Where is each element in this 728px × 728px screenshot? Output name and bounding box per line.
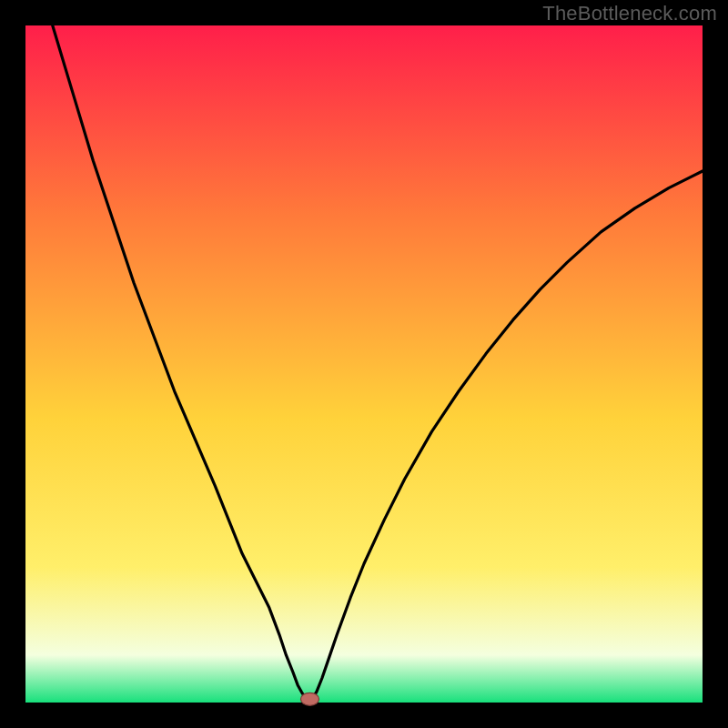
bottleneck-chart: [0, 0, 728, 728]
plot-background: [25, 25, 703, 703]
chart-frame: TheBottleneck.com: [0, 0, 728, 728]
minimum-marker: [300, 693, 318, 705]
watermark-text: TheBottleneck.com: [542, 2, 717, 25]
